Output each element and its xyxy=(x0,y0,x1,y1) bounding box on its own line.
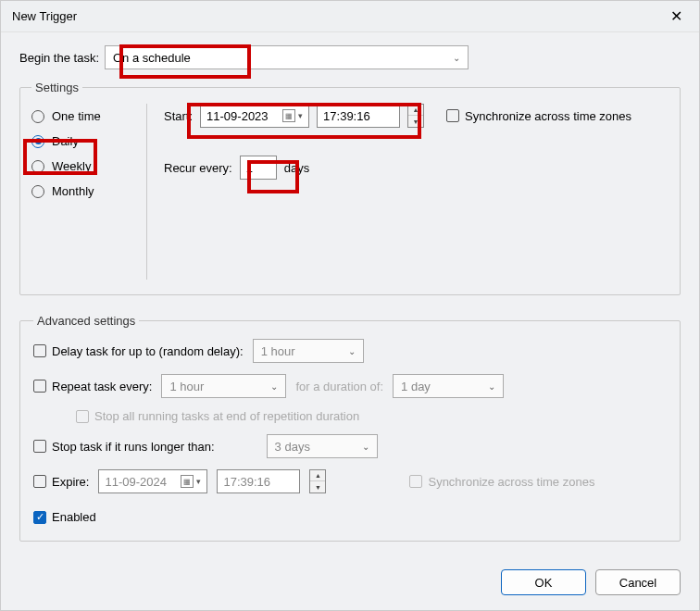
spin-up-icon[interactable]: ▲ xyxy=(310,470,325,481)
checkbox-icon xyxy=(76,410,89,423)
expire-date-input[interactable]: 11-09-2024 ▦ ▾ xyxy=(98,469,207,493)
repeat-dropdown[interactable]: 1 hour ⌄ xyxy=(161,374,286,398)
stoplong-dropdown[interactable]: 3 days ⌄ xyxy=(267,434,378,458)
delay-label: Delay task for up to (random delay): xyxy=(52,344,244,358)
titlebar: New Trigger ✕ xyxy=(1,1,699,32)
recur-label: Recur every: xyxy=(164,161,232,175)
start-label: Start: xyxy=(164,109,193,123)
start-date-value: 11-09-2023 xyxy=(206,109,269,123)
stoplong-row: Stop task if it runs longer than: 3 days… xyxy=(33,434,667,458)
expire-sync-tz-checkbox: Synchronize across time zones xyxy=(409,475,594,489)
begin-task-value: On a schedule xyxy=(113,51,191,65)
stopall-checkbox: Stop all running tasks at end of repetit… xyxy=(76,409,359,423)
radio-daily-label: Daily xyxy=(52,134,79,148)
close-icon[interactable]: ✕ xyxy=(665,7,688,25)
chevron-down-icon: ⌄ xyxy=(453,53,460,63)
start-time-value: 17:39:16 xyxy=(323,109,370,123)
duration-dropdown[interactable]: 1 day ⌄ xyxy=(393,374,504,398)
cancel-button[interactable]: Cancel xyxy=(595,569,681,595)
advanced-group: Advanced settings Delay task for up to (… xyxy=(19,314,681,542)
recur-value: 1 xyxy=(246,161,253,175)
checkbox-icon xyxy=(33,475,46,488)
spin-down-icon[interactable]: ▼ xyxy=(310,481,325,493)
enabled-row: Enabled xyxy=(33,510,667,524)
radio-icon xyxy=(31,110,44,123)
delay-row: Delay task for up to (random delay): 1 h… xyxy=(33,339,667,363)
radio-monthly[interactable]: Monthly xyxy=(31,184,146,198)
expire-checkbox[interactable]: Expire: xyxy=(33,475,89,489)
dialog-window: New Trigger ✕ Begin the task: On a sched… xyxy=(0,0,700,611)
expire-time-input[interactable]: 17:39:16 xyxy=(217,469,300,493)
checkbox-icon xyxy=(33,344,46,357)
start-date-input[interactable]: 11-09-2023 ▦ ▾ xyxy=(200,104,309,128)
radio-icon xyxy=(31,135,44,148)
expire-label: Expire: xyxy=(52,475,89,489)
duration-label: for a duration of: xyxy=(295,380,383,393)
chevron-down-icon: ⌄ xyxy=(270,381,278,392)
chevron-down-icon: ⌄ xyxy=(362,442,369,452)
time-spinner[interactable]: ▲ ▼ xyxy=(407,104,424,128)
checkbox-icon xyxy=(446,109,459,122)
enabled-label: Enabled xyxy=(52,510,96,524)
radio-monthly-label: Monthly xyxy=(52,184,94,198)
calendar-icon: ▦ xyxy=(282,109,295,122)
expire-date-value: 11-09-2024 xyxy=(105,475,167,489)
begin-task-row: Begin the task: On a schedule ⌄ xyxy=(19,45,681,69)
settings-group: Settings One time Daily Weekly xyxy=(19,81,681,295)
radio-onetime-label: One time xyxy=(52,109,101,123)
checkbox-icon xyxy=(33,511,46,524)
dialog-body: Begin the task: On a schedule ⌄ Settings… xyxy=(1,32,699,558)
enabled-checkbox[interactable]: Enabled xyxy=(33,510,96,524)
delay-checkbox[interactable]: Delay task for up to (random delay): xyxy=(33,344,244,358)
advanced-legend: Advanced settings xyxy=(33,314,139,328)
stoplong-checkbox[interactable]: Stop task if it runs longer than: xyxy=(33,440,215,454)
stopall-row: Stop all running tasks at end of repetit… xyxy=(76,409,667,423)
spin-down-icon[interactable]: ▼ xyxy=(408,116,423,127)
radio-weekly[interactable]: Weekly xyxy=(31,159,146,173)
sync-tz-checkbox[interactable]: Synchronize across time zones xyxy=(446,109,631,123)
delay-dropdown[interactable]: 1 hour ⌄ xyxy=(253,339,364,363)
radio-weekly-label: Weekly xyxy=(52,159,91,173)
checkbox-icon xyxy=(33,440,46,453)
dropdown-icon: ▾ xyxy=(298,111,303,120)
recur-unit: days xyxy=(284,161,309,175)
start-time-input[interactable]: 17:39:16 xyxy=(317,104,400,128)
spin-up-icon[interactable]: ▲ xyxy=(408,105,423,116)
stoplong-value: 3 days xyxy=(275,440,310,454)
begin-task-dropdown[interactable]: On a schedule ⌄ xyxy=(105,45,469,69)
expire-time-spinner[interactable]: ▲ ▼ xyxy=(309,469,326,493)
dropdown-icon: ▾ xyxy=(196,477,201,486)
radio-icon xyxy=(31,160,44,173)
sync-tz-label: Synchronize across time zones xyxy=(465,109,631,123)
expire-sync-tz-label: Synchronize across time zones xyxy=(428,475,594,489)
schedule-detail: Start: 11-09-2023 ▦ ▾ 17:39:16 xyxy=(147,104,669,280)
stopall-label: Stop all running tasks at end of repetit… xyxy=(94,409,359,423)
chevron-down-icon: ⌄ xyxy=(488,381,495,392)
schedule-radio-group: One time Daily Weekly Monthly xyxy=(31,104,147,280)
begin-task-label: Begin the task: xyxy=(19,51,99,65)
calendar-icon: ▦ xyxy=(181,475,194,488)
delay-value: 1 hour xyxy=(261,344,295,358)
radio-onetime[interactable]: One time xyxy=(31,109,146,123)
ok-button[interactable]: OK xyxy=(501,569,586,595)
repeat-label: Repeat task every: xyxy=(52,380,152,393)
start-row: Start: 11-09-2023 ▦ ▾ 17:39:16 xyxy=(164,104,669,128)
expire-time-value: 17:39:16 xyxy=(223,475,270,489)
expire-row: Expire: 11-09-2024 ▦ ▾ 17:39:16 ▲ ▼ xyxy=(33,469,667,493)
repeat-checkbox[interactable]: Repeat task every: xyxy=(33,380,152,393)
duration-value: 1 day xyxy=(401,380,431,393)
dialog-buttons: OK Cancel xyxy=(501,569,681,595)
stoplong-label: Stop task if it runs longer than: xyxy=(52,440,215,454)
radio-daily[interactable]: Daily xyxy=(31,134,146,148)
chevron-down-icon: ⌄ xyxy=(348,346,356,356)
radio-icon xyxy=(31,185,44,198)
recur-row: Recur every: 1 days xyxy=(164,156,669,180)
settings-legend: Settings xyxy=(31,81,82,94)
checkbox-icon xyxy=(409,475,422,488)
repeat-value: 1 hour xyxy=(169,380,204,393)
window-title: New Trigger xyxy=(12,9,77,23)
checkbox-icon xyxy=(33,380,46,393)
repeat-row: Repeat task every: 1 hour ⌄ for a durati… xyxy=(33,374,667,398)
recur-input[interactable]: 1 xyxy=(240,156,277,180)
